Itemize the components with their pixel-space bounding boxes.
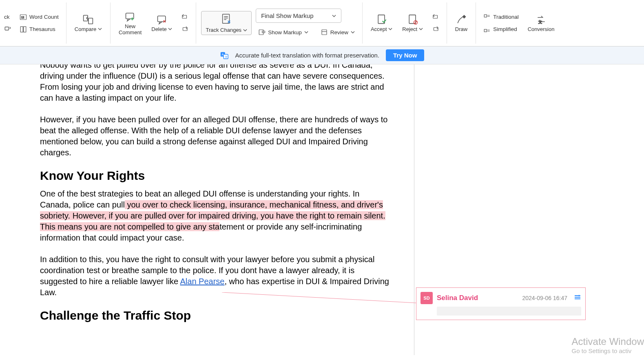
simplified-label: Simplified	[493, 26, 517, 32]
svg-rect-6	[89, 18, 93, 24]
banner-text: Accurate full-text translation with form…	[235, 52, 379, 59]
thesaurus-label: Thesaurus	[29, 26, 55, 32]
svg-text:文: 文	[224, 55, 227, 58]
heading-know-your-rights: Know Your Rights	[40, 169, 389, 183]
conversion-label: Conversion	[528, 26, 555, 32]
chevron-down-icon	[332, 14, 336, 18]
comment-timestamp: 2024-09-06 16:47	[522, 295, 567, 301]
chevron-down-icon	[351, 30, 355, 34]
draw-label: Draw	[455, 26, 467, 32]
svg-rect-3	[20, 27, 23, 32]
compare-label: Compare	[75, 26, 102, 32]
track-changes-button[interactable]: Track Changes	[201, 11, 252, 35]
show-markup-button[interactable]: Show Markup	[256, 27, 311, 38]
chinese-group: Traditional Simplified 文 Conversion	[476, 2, 562, 44]
comments-group: New Comment Delete	[111, 2, 197, 44]
comment-menu-icon[interactable]	[574, 294, 581, 302]
chevron-down-icon	[243, 28, 247, 32]
review-ribbon: ck 12 Word Count Thesaurus	[0, 0, 644, 46]
reject-label: Reject	[402, 26, 423, 32]
svg-rect-20	[433, 15, 438, 18]
activate-windows-watermark: Activate Window Go to Settings to activ	[572, 336, 644, 354]
svg-rect-4	[24, 27, 26, 32]
paragraph: In addition to this, you have the right …	[40, 254, 389, 298]
link-alan-pearse[interactable]: Alan Pearse	[180, 277, 225, 286]
chevron-down-icon	[304, 30, 308, 34]
display-for-review-select[interactable]: Final Show Markup	[256, 9, 341, 23]
try-now-button[interactable]: Try Now	[386, 49, 424, 61]
delete-comment-button[interactable]: Delete	[148, 12, 175, 34]
readaloud-partial[interactable]	[2, 23, 14, 34]
comment-author: Selina David	[437, 294, 518, 302]
review-pane-button[interactable]: Review	[318, 27, 357, 38]
chevron-down-icon	[98, 27, 102, 31]
paragraph: However, if you have been pulled over fo…	[40, 114, 389, 158]
changes-group: Accept Reject	[363, 2, 447, 44]
traditional-button[interactable]: Traditional	[481, 12, 521, 22]
svg-rect-14	[322, 30, 327, 35]
word-count-icon: 12	[20, 13, 27, 21]
show-markup-icon	[258, 29, 266, 36]
delete-comment-icon	[156, 14, 168, 25]
accept-icon	[376, 14, 387, 25]
word-count-button[interactable]: 12 Word Count	[17, 12, 61, 22]
svg-rect-12	[259, 30, 263, 35]
compare-icon	[82, 14, 94, 25]
next-change-icon	[432, 26, 439, 33]
compare-group: Compare	[66, 2, 111, 44]
svg-rect-23	[484, 29, 487, 32]
comment-card[interactable]: SD Selina David 2024-09-06 16:47	[416, 287, 586, 320]
reject-button[interactable]: Reject	[399, 12, 426, 34]
chevron-down-icon	[419, 27, 423, 31]
svg-rect-10	[183, 27, 188, 31]
spellcheck-partial[interactable]: ck	[2, 12, 14, 22]
compare-button[interactable]: Compare	[71, 12, 105, 34]
heading-challenge-stop: Challenge the Traffic Stop	[40, 309, 389, 322]
track-changes-label: Track Changes	[206, 27, 247, 33]
prev-comment-button[interactable]	[179, 12, 191, 22]
draw-button[interactable]: Draw	[452, 12, 471, 34]
delete-comment-label: Delete	[151, 26, 172, 32]
new-comment-label: New Comment	[119, 23, 142, 35]
conversion-button[interactable]: 文 Conversion	[524, 12, 558, 34]
next-comment-icon	[181, 26, 188, 33]
chevron-down-icon	[168, 27, 172, 31]
document-page[interactable]: Nobody wants to get pulled over by the p…	[0, 64, 414, 355]
reject-icon	[407, 14, 418, 25]
svg-rect-22	[484, 15, 487, 17]
draw-group: Draw	[447, 2, 476, 44]
readaloud-icon	[4, 25, 11, 32]
show-markup-label: Show Markup	[268, 29, 302, 35]
proofing-group: ck 12 Word Count Thesaurus	[0, 2, 66, 44]
thesaurus-button[interactable]: Thesaurus	[17, 24, 61, 35]
new-comment-icon	[124, 11, 136, 22]
conversion-icon: 文	[536, 14, 547, 25]
next-change-button[interactable]	[429, 24, 442, 35]
draw-icon	[456, 14, 467, 25]
document-area: Nobody wants to get pulled over by the p…	[0, 64, 644, 360]
accept-label: Accept	[371, 26, 392, 32]
track-changes-icon	[220, 13, 232, 25]
translate-icon: A文	[220, 51, 229, 60]
watermark-title: Activate Window	[572, 336, 644, 347]
next-comment-button[interactable]	[179, 24, 191, 35]
simplified-button[interactable]: Simplified	[481, 24, 521, 35]
word-count-label: Word Count	[29, 14, 59, 20]
accept-button[interactable]: Accept	[367, 12, 396, 34]
svg-rect-17	[409, 15, 416, 24]
prev-change-icon	[432, 13, 439, 21]
svg-rect-11	[223, 14, 230, 24]
watermark-subtitle: Go to Settings to activ	[572, 347, 644, 354]
svg-rect-0	[5, 27, 9, 30]
paragraph: Nobody wants to get pulled over by the p…	[40, 64, 389, 104]
display-for-review-value: Final Show Markup	[261, 12, 313, 19]
prev-change-button[interactable]	[429, 12, 442, 22]
chevron-down-icon	[388, 27, 392, 31]
prev-comment-icon	[181, 13, 188, 21]
avatar: SD	[420, 292, 433, 304]
svg-rect-9	[182, 15, 187, 18]
new-comment-button[interactable]: New Comment	[115, 9, 145, 37]
paragraph-highlighted: One of the best strategies to beat an al…	[40, 188, 389, 243]
comment-body-input[interactable]	[437, 307, 581, 316]
thesaurus-icon	[20, 26, 27, 33]
